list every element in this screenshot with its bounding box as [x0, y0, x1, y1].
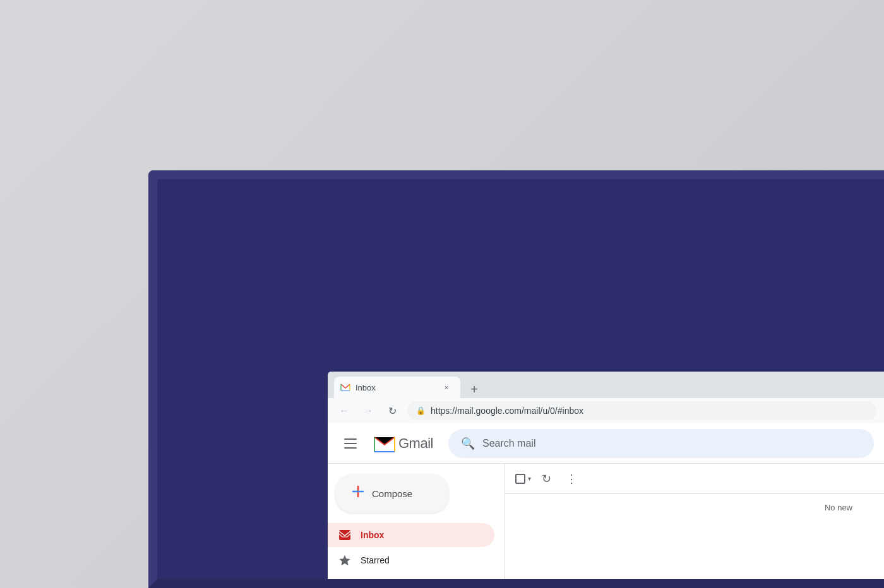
sidebar-item-snoozed[interactable]: Snoozed [328, 573, 494, 579]
hamburger-line-1 [344, 438, 357, 440]
search-icon: 🔍 [461, 437, 475, 450]
address-bar-row: ← → ↻ 🔒 https://mail.google.com/mail/u/0… [328, 398, 884, 423]
gmail-app: Gmail 🔍 Search mail [328, 423, 884, 579]
compose-plus-icon [350, 484, 366, 503]
reload-button[interactable]: ↻ [383, 402, 401, 420]
lock-icon: 🔒 [416, 406, 426, 415]
monitor-frame: Inbox × + ← → ↻ 🔒 https://mail.google.co… [148, 170, 884, 588]
tab-close-button[interactable]: × [441, 382, 451, 392]
forward-button[interactable]: → [359, 402, 377, 420]
starred-label: Starred [361, 555, 390, 565]
inbox-svg-icon [338, 529, 351, 541]
search-placeholder: Search mail [482, 438, 535, 449]
gmail-favicon-icon [340, 382, 350, 392]
toolbar: ▾ ↻ ⋮ [505, 464, 884, 494]
compose-button[interactable]: Compose [335, 474, 449, 513]
compose-plus-svg [350, 484, 366, 499]
no-new-mail-text: No new [825, 503, 852, 512]
hamburger-button[interactable] [338, 431, 363, 456]
sidebar-item-inbox[interactable]: Inbox [328, 523, 494, 547]
compose-label: Compose [372, 488, 412, 499]
starred-icon [338, 554, 352, 567]
tab-title: Inbox [355, 383, 436, 392]
tab-bar: Inbox × + [328, 372, 884, 398]
url-text: https://mail.google.com/mail/u/0/#inbox [431, 406, 583, 416]
inbox-label: Inbox [361, 530, 384, 540]
no-new-mail-container: No new [825, 502, 852, 513]
new-tab-button[interactable]: + [465, 380, 483, 398]
browser-window: Inbox × + ← → ↻ 🔒 https://mail.google.co… [328, 372, 884, 579]
search-bar[interactable]: 🔍 Search mail [448, 429, 874, 458]
inbox-icon [338, 529, 352, 541]
select-dropdown-arrow-icon: ▾ [528, 475, 531, 482]
gmail-text: Gmail [398, 435, 433, 452]
more-options-button[interactable]: ⋮ [561, 469, 582, 489]
gmail-header: Gmail 🔍 Search mail [328, 423, 884, 464]
star-svg-icon [338, 554, 351, 567]
sidebar: Compose Inbox [328, 464, 505, 579]
select-all-checkbox[interactable]: ▾ [515, 474, 531, 484]
back-button[interactable]: ← [335, 402, 353, 420]
hamburger-line-3 [344, 447, 357, 449]
hamburger-line-2 [344, 443, 357, 444]
active-tab[interactable]: Inbox × [334, 377, 460, 398]
gmail-body: Compose Inbox [328, 464, 884, 579]
checkbox-square-icon [515, 474, 525, 484]
refresh-button[interactable]: ↻ [536, 469, 556, 489]
address-box[interactable]: 🔒 https://mail.google.com/mail/u/0/#inbo… [407, 401, 876, 420]
gmail-m-icon [373, 432, 396, 455]
browser-chrome: Inbox × + ← → ↻ 🔒 https://mail.google.co… [328, 372, 884, 423]
main-content-area: ▾ ↻ ⋮ No new [505, 464, 884, 579]
sidebar-item-starred[interactable]: Starred [328, 548, 494, 572]
tab-favicon [340, 382, 350, 392]
gmail-logo: Gmail [373, 432, 433, 455]
